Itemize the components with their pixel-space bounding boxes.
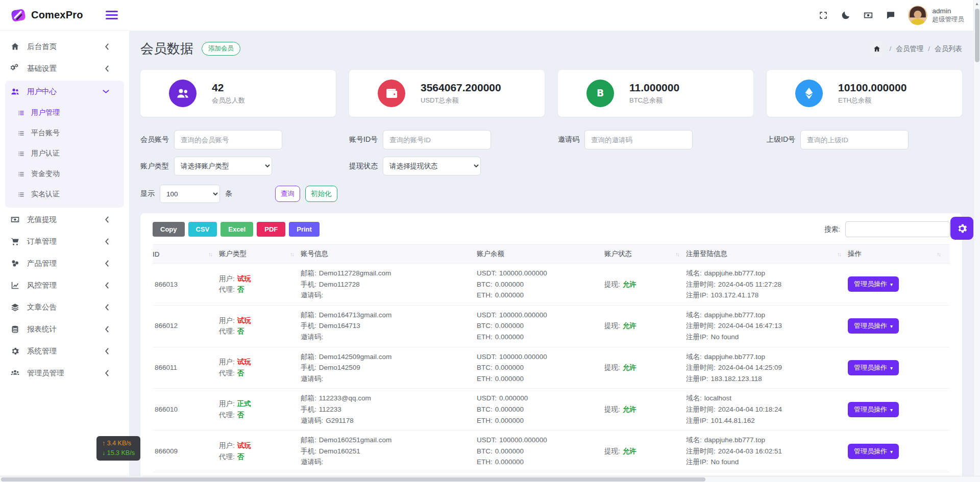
caret-down-icon: ▾: [890, 323, 893, 329]
sidebar-item[interactable]: 基础设置: [0, 58, 129, 80]
sidebar-item[interactable]: 充值提现: [0, 209, 129, 231]
sort-icon[interactable]: ↑↓: [937, 251, 940, 257]
menu-toggle-icon[interactable]: [106, 9, 118, 21]
parent-id-input[interactable]: [800, 130, 909, 149]
cell-action: 管理员操作▾: [848, 440, 947, 463]
column-header[interactable]: ID ↑↓: [153, 245, 219, 263]
sidebar-subitem[interactable]: 实名认证: [5, 184, 124, 205]
table-row: 866013 用户:试玩 代理:否 邮箱:Demo112728gmail.com…: [153, 264, 950, 306]
users-group-icon: [10, 368, 20, 378]
page-size-select[interactable]: 100: [160, 185, 220, 203]
stat-value: 11.000000: [629, 82, 679, 94]
horizontal-scrollbar-thumb[interactable]: [1, 477, 705, 481]
sidebar-subitem[interactable]: 用户认证: [5, 143, 124, 164]
admin-action-button[interactable]: 管理员操作▾: [848, 402, 899, 417]
sidebar-group-user-center: 用户中心 用户管理 平台账号: [5, 81, 124, 208]
sidebar-subitem[interactable]: 资金变动: [5, 164, 124, 184]
breadcrumb-separator: /: [928, 45, 930, 53]
filter-label: 显示: [140, 189, 155, 198]
cell-register-info: 域名:dappjuhe.bb777.top 注册时间:2024-04-04 16…: [686, 306, 848, 347]
vertical-scrollbar[interactable]: ▲: [973, 0, 980, 482]
breadcrumb-home[interactable]: [869, 41, 885, 57]
cell-balance: USDT:100000.000000 BTC:0.000000 ETH:0.00…: [477, 347, 604, 389]
sidebar-item[interactable]: 系统管理: [0, 340, 129, 362]
export-button[interactable]: Excel: [220, 222, 253, 237]
sidebar-item-label: 风控管理: [27, 281, 102, 290]
vertical-scrollbar-thumb[interactable]: [975, 9, 979, 62]
chevron-left-icon: [102, 346, 112, 356]
money-icon[interactable]: [863, 10, 873, 20]
cell-balance: USDT:0.000000 BTC:0.000000 ETH:0.000000: [477, 389, 604, 430]
chat-icon[interactable]: [886, 10, 896, 20]
sidebar-subitem-label: 平台账号: [31, 129, 60, 138]
sort-icon[interactable]: ↑↓: [675, 251, 679, 257]
column-header[interactable]: 账户状态 ↑↓: [604, 245, 686, 263]
column-header[interactable]: 账号信息: [301, 245, 477, 263]
sidebar-subitem[interactable]: 用户管理: [5, 103, 124, 123]
sidebar-item[interactable]: 文章公告: [0, 296, 129, 318]
sidebar-item[interactable]: 订单管理: [0, 231, 129, 252]
upload-speed: ↑ 3.4 KB/s: [102, 439, 135, 448]
account-type-select[interactable]: 请选择账户类型: [174, 157, 272, 175]
moon-icon[interactable]: [841, 10, 851, 20]
sidebar-item[interactable]: 管理员管理: [0, 362, 129, 384]
cell-account-info: 邮箱:112233@qq.com 手机:112233 邀请码:G291178: [301, 389, 477, 430]
sidebar-item[interactable]: 风控管理: [0, 274, 129, 296]
sidebar-item[interactable]: 后台首页: [0, 36, 129, 58]
settings-fab[interactable]: [950, 217, 973, 240]
export-button[interactable]: PDF: [257, 222, 285, 237]
export-button[interactable]: Print: [289, 222, 320, 237]
topbar: admin 超级管理员: [129, 0, 973, 31]
table-header: ID ↑↓ 账户类型 ↑↓ 账号信息: [153, 244, 950, 264]
cell-balance: USDT:100000.000000 BTC:0.000000 ETH:0.00…: [477, 264, 604, 305]
sidebar-item-user-center[interactable]: 用户中心: [5, 81, 124, 103]
breadcrumb-item[interactable]: 会员管理: [896, 44, 923, 54]
stat-card: B 11.000000 BTC总余额: [558, 70, 753, 117]
reset-button[interactable]: 初始化: [305, 186, 337, 202]
member-account-input[interactable]: [174, 130, 282, 149]
caret-down-icon: ▾: [890, 449, 893, 454]
admin-action-button[interactable]: 管理员操作▾: [848, 360, 899, 375]
account-id-input[interactable]: [383, 130, 491, 149]
column-header[interactable]: 注册登陆信息 ↑↓: [686, 245, 848, 263]
sidebar-nav: 后台首页 基础设置 用户中心: [0, 31, 129, 384]
content: 会员数据 添加会员 / 会员管理 / 会员列表 42: [129, 31, 973, 482]
sidebar-item-label: 文章公告: [27, 302, 102, 312]
sidebar-subitem[interactable]: 平台账号: [5, 123, 124, 143]
sidebar-item[interactable]: 报表统计: [0, 318, 129, 340]
gear-icon: [10, 346, 20, 356]
export-button[interactable]: CSV: [188, 222, 217, 237]
fullscreen-icon[interactable]: [818, 10, 828, 20]
admin-action-button[interactable]: 管理员操作▾: [848, 444, 899, 459]
search-input[interactable]: [845, 221, 950, 237]
sort-icon[interactable]: ↑↓: [290, 251, 293, 257]
sort-icon[interactable]: ↑↓: [837, 251, 841, 257]
sidebar-item[interactable]: 产品管理: [0, 252, 129, 274]
cell-status: 提现:允许: [604, 400, 686, 419]
admin-action-button[interactable]: 管理员操作▾: [848, 276, 899, 292]
column-header[interactable]: 操作 ↑↓: [848, 245, 947, 263]
page-title: 会员数据: [140, 40, 193, 58]
query-button[interactable]: 查询: [275, 186, 300, 202]
sidebar-subitem-label: 实名认证: [31, 190, 60, 199]
column-header[interactable]: 账户类型 ↑↓: [219, 245, 301, 263]
cell-action: 管理员操作▾: [848, 272, 947, 296]
invite-code-input[interactable]: [584, 130, 693, 149]
column-header[interactable]: 账户余额: [477, 245, 604, 263]
add-member-button[interactable]: 添加会员: [202, 42, 240, 56]
breadcrumb-item[interactable]: 会员列表: [935, 44, 962, 54]
horizontal-scrollbar[interactable]: [0, 476, 980, 482]
sort-icon[interactable]: ↑↓: [208, 251, 212, 257]
scroll-up-arrow-icon[interactable]: ▲: [974, 2, 980, 6]
admin-action-button[interactable]: 管理员操作▾: [848, 318, 899, 334]
export-button[interactable]: Copy: [153, 222, 185, 237]
avatar[interactable]: [908, 6, 927, 25]
cell-account-info: 邮箱:Demo112728gmail.com 手机:Demo112728 邀请码…: [301, 264, 477, 305]
sidebar-subitem-label: 资金变动: [31, 169, 60, 179]
list-icon: [17, 191, 25, 198]
table-row: 866010 用户:正式 代理:否 邮箱:112233@qq.com 手机:11…: [153, 389, 950, 430]
withdraw-status-select[interactable]: 请选择提现状态: [383, 157, 481, 175]
cell-id: 866012: [153, 316, 219, 336]
admin-info[interactable]: admin 超级管理员: [933, 7, 965, 24]
cell-account-type: 用户:试玩 代理:否: [219, 436, 301, 466]
